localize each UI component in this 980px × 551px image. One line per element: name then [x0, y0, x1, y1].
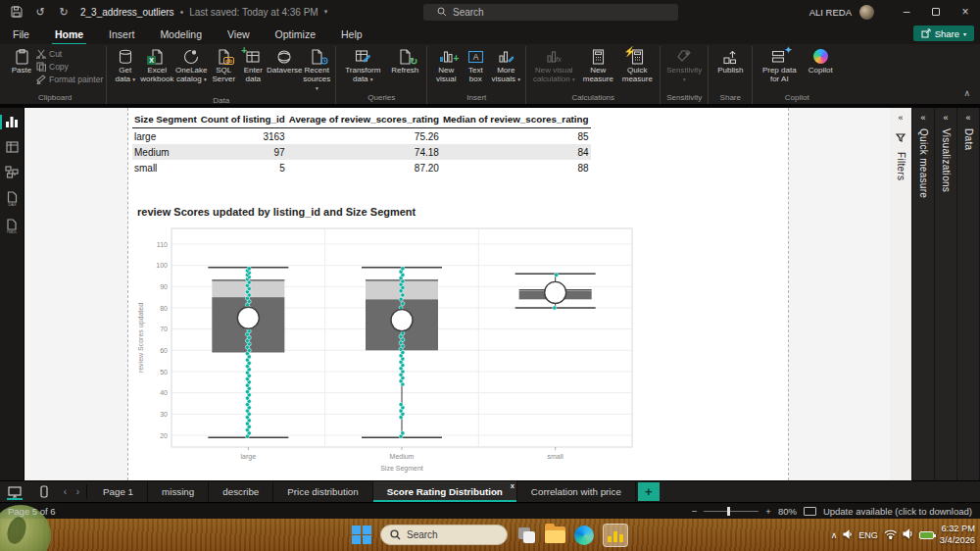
collapse-ribbon-icon[interactable]: ∧	[963, 88, 970, 98]
workspace: DAX TMDL Size Segment Count of listing_i…	[0, 108, 980, 480]
quick-measure-pane-collapsed[interactable]: « Quick measure	[912, 108, 934, 480]
format-painter-button[interactable]: Format painter	[36, 75, 103, 84]
zoom-out-icon[interactable]: −	[692, 506, 698, 517]
minimize-button[interactable]: –	[892, 0, 921, 24]
page-tab-score-rating-distribution[interactable]: Score Rating Distributionx	[373, 481, 517, 502]
boxplot-chart[interactable]: 2030405060708090100110largeMediumsmallSi…	[134, 220, 635, 476]
next-page-arrow[interactable]: ›	[72, 481, 84, 502]
close-tab-icon[interactable]: x	[511, 481, 514, 490]
onelake-catalog-button[interactable]: OneLake catalog ▾	[173, 46, 209, 86]
model-view-button[interactable]	[0, 166, 24, 178]
task-view-button[interactable]	[516, 526, 536, 545]
avatar[interactable]	[859, 5, 874, 20]
language-indicator[interactable]: ENG	[858, 530, 878, 540]
last-saved-label: Last saved: Today at 4:36 PM	[189, 7, 318, 18]
page-tab-price-distribution[interactable]: Price distribution	[273, 481, 372, 502]
copilot-button[interactable]: Copilot	[803, 46, 838, 77]
transform-data-button[interactable]: Transform data ▾	[339, 46, 386, 86]
copilot-icon	[810, 48, 830, 65]
more-visuals-button[interactable]: More visuals ▾	[489, 46, 522, 86]
desktop-layout-button[interactable]	[0, 481, 29, 502]
score-distribution-visual[interactable]: review Scores updated by listing_id and …	[132, 206, 637, 476]
chart-title: review Scores updated by listing_id and …	[132, 206, 637, 218]
expand-data-icon[interactable]: «	[965, 113, 970, 123]
enter-data-button[interactable]: + Enter data	[238, 46, 268, 86]
share-button[interactable]: Share ▾	[913, 25, 974, 41]
wifi-icon[interactable]	[884, 529, 897, 541]
speaker-small-icon[interactable]	[843, 529, 853, 541]
close-button[interactable]: ×	[951, 0, 980, 24]
zoom-slider[interactable]	[704, 511, 759, 512]
page-tab-correlation-with-price[interactable]: Correlation with price	[517, 481, 636, 502]
page-tab-page-1[interactable]: Page 1	[89, 481, 148, 502]
title-dropdown-icon[interactable]: ▾	[324, 8, 328, 16]
file-explorer-button[interactable]	[545, 526, 565, 543]
edge-browser-button[interactable]	[574, 526, 594, 545]
dataverse-button[interactable]: Dataverse	[268, 46, 301, 77]
cut-button[interactable]: Cut	[36, 49, 103, 59]
excel-workbook-button[interactable]: X Excel workbook	[140, 46, 173, 86]
col-size-segment[interactable]: Size Segment	[132, 111, 199, 128]
recent-sources-button[interactable]: Recent sources ▾	[301, 46, 332, 95]
save-icon[interactable]	[10, 5, 24, 19]
menu-insert[interactable]: Insert	[108, 25, 135, 43]
clock[interactable]: 6:32 PM 3/4/2026	[940, 524, 975, 545]
filters-pane-collapsed[interactable]: « Filters	[890, 108, 911, 480]
copy-button[interactable]: Copy	[36, 62, 103, 72]
taskbar-search-input[interactable]: Search	[380, 525, 508, 545]
undo-icon[interactable]: ↺	[33, 5, 47, 19]
volume-icon[interactable]	[903, 528, 913, 541]
visualizations-pane-collapsed[interactable]: « Visualizations	[935, 108, 956, 480]
update-available-link[interactable]: Update available (click to download)	[823, 506, 972, 517]
table-grid-icon: +	[243, 48, 263, 65]
new-measure-button[interactable]: New measure	[578, 46, 617, 86]
report-view-button[interactable]	[0, 116, 24, 128]
prep-data-for-ai-button[interactable]: ✦ Prep data for AI	[756, 46, 803, 86]
page-tab-describe[interactable]: describe	[209, 481, 273, 502]
user-name[interactable]: ALI REDA	[809, 7, 852, 18]
new-visual-button[interactable]: + New visual	[430, 46, 462, 86]
expand-visualizations-icon[interactable]: «	[943, 113, 948, 123]
tray-time: 6:32 PM	[940, 524, 975, 534]
menu-home[interactable]: Home	[54, 25, 84, 43]
fit-to-page-icon[interactable]	[804, 507, 816, 516]
paste-button[interactable]: Paste	[7, 46, 36, 77]
more-visuals-icon	[496, 48, 515, 65]
sql-server-button[interactable]: db SQL Server	[209, 46, 238, 86]
transform-data-icon	[353, 48, 372, 65]
power-bi-taskbar-button[interactable]	[603, 524, 628, 547]
global-search-input[interactable]: Search	[423, 4, 678, 21]
battery-icon[interactable]	[919, 531, 934, 539]
quick-measure-button[interactable]: ⚡ Quick measure	[617, 46, 657, 86]
start-button[interactable]	[352, 526, 371, 545]
redo-icon[interactable]: ↻	[57, 5, 71, 19]
table-view-button[interactable]	[0, 141, 24, 153]
publish-button[interactable]: Publish	[711, 46, 749, 77]
get-data-button[interactable]: Get data ▾	[110, 46, 140, 86]
zoom-in-icon[interactable]: +	[765, 506, 771, 517]
mobile-layout-button[interactable]	[29, 481, 59, 502]
menu-file[interactable]: File	[12, 25, 30, 43]
text-box-button[interactable]: A Text box	[462, 46, 489, 86]
prev-page-arrow[interactable]: ‹	[59, 481, 72, 502]
dax-query-view-button[interactable]: DAX	[0, 191, 24, 206]
menu-view[interactable]: View	[226, 25, 251, 43]
col-average[interactable]: Average of review_scores_rating	[287, 111, 441, 128]
report-canvas[interactable]: Size Segment Count of listing_id Average…	[24, 108, 890, 480]
add-page-button[interactable]: +	[638, 482, 660, 501]
filter-icon	[896, 128, 906, 146]
menu-optimize[interactable]: Optimize	[274, 25, 317, 43]
expand-filters-icon[interactable]: «	[898, 113, 903, 123]
tmdl-view-button[interactable]: TMDL	[0, 219, 24, 233]
expand-quick-measure-icon[interactable]: «	[920, 113, 925, 123]
data-pane-collapsed[interactable]: « Data	[957, 108, 979, 480]
menu-help[interactable]: Help	[340, 25, 364, 43]
menu-modeling[interactable]: Modeling	[159, 25, 203, 43]
refresh-button[interactable]: ↻ Refresh	[386, 46, 423, 77]
hidden-icons-chevron[interactable]: ∧	[831, 530, 838, 540]
col-median[interactable]: Median of review_scores_rating	[441, 111, 591, 128]
page-tab-missing[interactable]: missing	[148, 481, 209, 502]
summary-table-visual[interactable]: Size Segment Count of listing_id Average…	[132, 111, 583, 175]
maximize-button[interactable]	[921, 0, 951, 24]
col-count[interactable]: Count of listing_id	[199, 111, 287, 128]
